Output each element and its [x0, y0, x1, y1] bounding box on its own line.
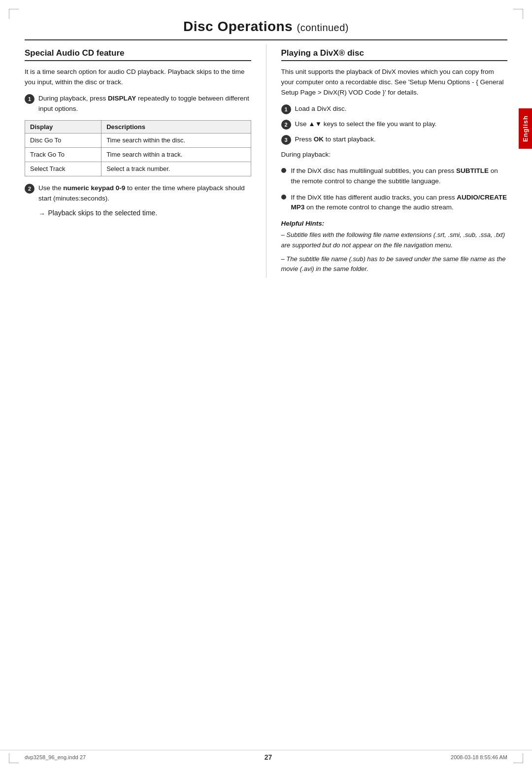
right-step3-after: to start playback. [324, 135, 376, 143]
step1-bold: DISPLAY [108, 95, 136, 102]
bullet2-bold1: AUDIO/CREATE [457, 194, 507, 201]
corner-mark-tl [9, 9, 19, 19]
bullet1-before: If the DivX disc has multilingual subtit… [291, 167, 456, 174]
step2-text-before: Use the [38, 184, 63, 192]
footer: dvp3258_96_eng.indd 27 27 2008-03-18 8:5… [0, 750, 532, 761]
step-number-2: 2 [25, 184, 34, 194]
table-col2-header: Descriptions [101, 120, 251, 133]
page-title-main: Disc Operations [183, 19, 293, 34]
left-section-heading: Special Audio CD feature [25, 48, 251, 58]
bullet1-bold: SUBTITLE [456, 167, 489, 174]
right-step-1: 1 Load a DivX disc. [281, 104, 508, 114]
table-cell-desc-1: Time search within a track. [101, 147, 251, 162]
step2-content: Use the numeric keypad 0-9 to enter the … [38, 183, 251, 204]
right-step2-after: keys to select the file you want to play… [322, 120, 436, 128]
right-step-2: 2 Use ▲▼ keys to select the file you wan… [281, 119, 508, 130]
left-step-1: 1 During playback, press DISPLAY repeate… [25, 94, 251, 114]
table-cell-display-1: Track Go To [25, 147, 101, 162]
page-title-continued: (continued) [297, 22, 349, 33]
bullet2-bold2: MP3 [291, 203, 305, 211]
right-step-number-3: 3 [281, 135, 291, 145]
table-cell-display-0: Disc Go To [25, 133, 101, 147]
triangle-up-icon: ▲ [308, 120, 315, 128]
left-column: Special Audio CD feature It is a time se… [25, 44, 266, 278]
right-step-3: 3 Press OK to start playback. [281, 134, 508, 145]
right-step3-content: Press OK to start playback. [295, 134, 376, 145]
during-playback-label: During playback: [281, 150, 508, 160]
step1-content: During playback, press DISPLAY repeatedl… [38, 94, 251, 114]
bullet-dot-2 [281, 195, 286, 200]
right-step-number-1: 1 [281, 104, 291, 114]
bullet-dot-1 [281, 168, 286, 173]
right-column: Playing a DivX® disc This unit supports … [266, 44, 508, 278]
left-section-rule [25, 60, 251, 61]
step1-text-before: During playback, press [38, 95, 108, 102]
sub-step-text: Playback skips to the selected time. [48, 209, 158, 217]
display-table: Display Descriptions Disc Go ToTime sear… [25, 120, 251, 177]
sub-step: → Playback skips to the selected time. [38, 209, 251, 219]
right-step3-bold: OK [314, 135, 324, 143]
bullet-content-2: If the DivX title has different audio tr… [291, 193, 508, 213]
footer-page: 27 [265, 753, 272, 761]
table-row: Disc Go ToTime search within the disc. [25, 133, 251, 147]
table-cell-desc-2: Select a track number. [101, 162, 251, 176]
right-step1-content: Load a DivX disc. [295, 104, 347, 114]
right-step2-before: Use [295, 120, 309, 128]
table-row: Track Go ToTime search within a track. [25, 147, 251, 162]
bullet-item-1: If the DivX disc has multilingual subtit… [281, 166, 508, 187]
step-number-1: 1 [25, 94, 34, 104]
language-tab: English [519, 108, 532, 149]
hint-2: – The subtitle file name (.sub) has to b… [281, 254, 508, 274]
right-section-heading: Playing a DivX® disc [281, 48, 508, 58]
hints-title: Helpful Hints: [281, 220, 508, 227]
content-area: Special Audio CD feature It is a time se… [0, 44, 532, 278]
footer-right: 2008-03-18 8:55:46 AM [451, 754, 507, 760]
arrow-icon: → [38, 209, 45, 219]
right-intro: This unit supports the playback of DivX … [281, 67, 508, 98]
hint-1: – Subtitle files with the following file… [281, 230, 508, 250]
bullet2-before: If the DivX title has different audio tr… [291, 194, 457, 201]
right-section-rule [281, 60, 508, 61]
table-cell-display-2: Select Track [25, 162, 101, 176]
table-col1-header: Display [25, 120, 101, 133]
table-row: Select TrackSelect a track number. [25, 162, 251, 176]
helpful-hints: Helpful Hints: – Subtitle files with the… [281, 220, 508, 274]
corner-mark-tr [513, 9, 523, 19]
table-cell-desc-0: Time search within the disc. [101, 133, 251, 147]
page-container: English Disc Operations (continued) Spec… [0, 0, 532, 772]
right-step-number-2: 2 [281, 120, 291, 130]
right-step3-before: Press [295, 135, 314, 143]
title-rule [25, 39, 507, 40]
page-title: Disc Operations (continued) [0, 0, 532, 39]
bullet-content-1: If the DivX disc has multilingual subtit… [291, 166, 508, 187]
bullet2-middle: on the remote control to change the audi… [304, 203, 453, 211]
right-step2-content: Use ▲▼ keys to select the file you want … [295, 119, 437, 130]
left-intro: It is a time search option for audio CD … [25, 67, 251, 88]
bullet-item-2: If the DivX title has different audio tr… [281, 193, 508, 213]
footer-left: dvp3258_96_eng.indd 27 [25, 754, 86, 760]
left-step-2: 2 Use the numeric keypad 0-9 to enter th… [25, 183, 251, 204]
step2-bold: numeric keypad 0-9 [63, 184, 125, 192]
triangle-down-icon: ▼ [315, 120, 322, 128]
